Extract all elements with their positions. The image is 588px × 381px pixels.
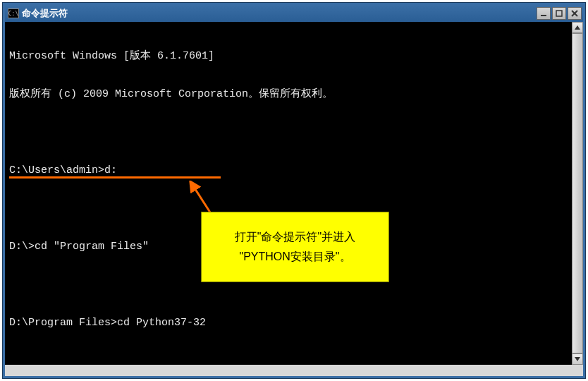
terminal-line: 版权所有 (c) 2009 Microsoft Corporation。保留所有… <box>9 88 579 101</box>
annotation-underline <box>9 176 221 179</box>
svg-line-5 <box>192 185 212 214</box>
minimize-button[interactable] <box>537 7 551 20</box>
scroll-up-button[interactable] <box>572 22 583 33</box>
maximize-button[interactable] <box>552 7 566 20</box>
horizontal-scrollbar[interactable] <box>5 365 583 376</box>
svg-rect-1 <box>556 11 562 16</box>
scroll-down-button[interactable] <box>572 353 583 365</box>
scroll-corner <box>572 365 583 376</box>
titlebar[interactable]: C:\ 命令提示符 <box>5 5 583 22</box>
window-controls <box>537 7 582 20</box>
window-title: 命令提示符 <box>22 7 537 20</box>
chevron-up-icon <box>575 25 580 30</box>
svg-marker-7 <box>575 357 580 361</box>
chevron-down-icon <box>575 357 580 361</box>
terminal-line: D:\Program Files>cd Python37-32 <box>9 317 579 329</box>
maximize-icon <box>556 10 563 17</box>
annotation-arrow-icon <box>187 181 215 216</box>
terminal-line: C:\Users\admin>d: <box>9 164 579 177</box>
cmd-icon: C:\ <box>8 8 19 18</box>
close-button[interactable] <box>568 7 582 20</box>
close-icon <box>571 10 578 17</box>
terminal-line: Microsoft Windows [版本 6.1.7601] <box>9 50 579 63</box>
terminal-output[interactable]: Microsoft Windows [版本 6.1.7601] 版权所有 (c)… <box>5 22 583 376</box>
command-prompt-window: C:\ 命令提示符 Microsoft Windows [版本 6.1.7601… <box>3 3 585 378</box>
scroll-thumb-vertical[interactable] <box>572 33 583 353</box>
callout-text-line: "PYTHON安装目录"。 <box>239 247 350 267</box>
annotation-callout: 打开"命令提示符"并进入 "PYTHON安装目录"。 <box>201 212 389 282</box>
callout-text-line: 打开"命令提示符"并进入 <box>235 227 355 247</box>
terminal-line <box>9 126 579 139</box>
minimize-icon <box>540 10 547 17</box>
svg-marker-6 <box>575 25 580 30</box>
vertical-scrollbar[interactable] <box>572 22 583 365</box>
